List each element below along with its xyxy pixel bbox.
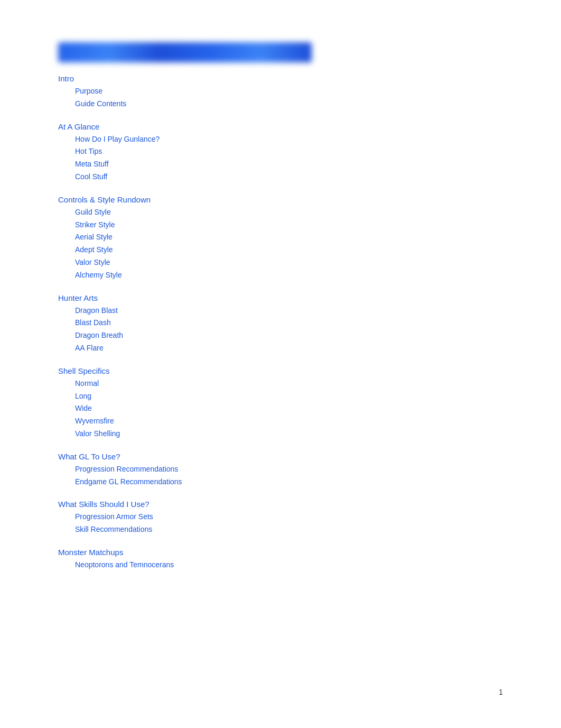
section-items-intro: PurposeGuide Contents xyxy=(58,85,503,110)
list-item[interactable]: Normal xyxy=(75,377,503,390)
list-item[interactable]: Valor Style xyxy=(75,256,503,269)
section-what-gl: What GL To Use?Progression Recommendatio… xyxy=(58,452,503,489)
section-title-monster-matchups[interactable]: Monster Matchups xyxy=(58,548,503,557)
section-at-a-glance: At A GlanceHow Do I Play Gunlance?Hot Ti… xyxy=(58,122,503,183)
list-item[interactable]: Long xyxy=(75,390,503,403)
list-item[interactable]: Wyvernsfire xyxy=(75,415,503,428)
section-items-controls-style: Guild StyleStriker StyleAerial StyleAdep… xyxy=(58,206,503,282)
section-title-at-a-glance[interactable]: At A Glance xyxy=(58,122,503,131)
list-item[interactable]: Purpose xyxy=(75,85,503,98)
section-hunter-arts: Hunter ArtsDragon BlastBlast DashDragon … xyxy=(58,293,503,355)
section-title-what-skills[interactable]: What Skills Should I Use? xyxy=(58,500,503,509)
list-item[interactable]: Guide Contents xyxy=(75,98,503,110)
list-item[interactable]: Progression Recommendations xyxy=(75,463,503,476)
list-item[interactable]: Dragon Breath xyxy=(75,329,503,342)
list-item[interactable]: Skill Recommendations xyxy=(75,523,503,536)
list-item[interactable]: Cool Stuff xyxy=(75,171,503,183)
section-items-monster-matchups: Neoptorons and Temnocerans xyxy=(58,559,503,572)
list-item[interactable]: Wide xyxy=(75,402,503,415)
section-items-at-a-glance: How Do I Play Gunlance?Hot TipsMeta Stuf… xyxy=(58,133,503,183)
list-item[interactable]: AA Flare xyxy=(75,342,503,355)
section-shell-specifics: Shell SpecificsNormalLongWideWyvernsfire… xyxy=(58,366,503,440)
list-item[interactable]: Dragon Blast xyxy=(75,305,503,317)
list-item[interactable]: Guild Style xyxy=(75,206,503,219)
section-title-controls-style[interactable]: Controls & Style Rundown xyxy=(58,195,503,204)
list-item[interactable]: Neoptorons and Temnocerans xyxy=(75,559,503,572)
page-title-blurred xyxy=(58,42,312,62)
page-number: 1 xyxy=(499,688,503,696)
list-item[interactable]: Valor Shelling xyxy=(75,428,503,440)
list-item[interactable]: Alchemy Style xyxy=(75,269,503,282)
section-items-hunter-arts: Dragon BlastBlast DashDragon BreathAA Fl… xyxy=(58,305,503,355)
list-item[interactable]: Striker Style xyxy=(75,219,503,232)
list-item[interactable]: Adept Style xyxy=(75,244,503,256)
page-content: IntroPurposeGuide ContentsAt A GlanceHow… xyxy=(0,0,561,625)
toc-container: IntroPurposeGuide ContentsAt A GlanceHow… xyxy=(58,74,503,572)
list-item[interactable]: Meta Stuff xyxy=(75,158,503,171)
list-item[interactable]: Blast Dash xyxy=(75,317,503,329)
section-items-what-skills: Progression Armor SetsSkill Recommendati… xyxy=(58,511,503,536)
list-item[interactable]: Endgame GL Recommendations xyxy=(75,476,503,489)
section-title-intro[interactable]: Intro xyxy=(58,74,503,83)
list-item[interactable]: Hot Tips xyxy=(75,145,503,158)
section-intro: IntroPurposeGuide Contents xyxy=(58,74,503,110)
list-item[interactable]: How Do I Play Gunlance? xyxy=(75,133,503,146)
list-item[interactable]: Aerial Style xyxy=(75,231,503,244)
section-controls-style: Controls & Style RundownGuild StyleStrik… xyxy=(58,195,503,282)
section-monster-matchups: Monster MatchupsNeoptorons and Temnocera… xyxy=(58,548,503,572)
section-title-shell-specifics[interactable]: Shell Specifics xyxy=(58,366,503,375)
section-items-what-gl: Progression RecommendationsEndgame GL Re… xyxy=(58,463,503,489)
section-title-what-gl[interactable]: What GL To Use? xyxy=(58,452,503,461)
section-title-hunter-arts[interactable]: Hunter Arts xyxy=(58,293,503,302)
section-what-skills: What Skills Should I Use?Progression Arm… xyxy=(58,500,503,536)
section-items-shell-specifics: NormalLongWideWyvernsfireValor Shelling xyxy=(58,377,503,440)
list-item[interactable]: Progression Armor Sets xyxy=(75,511,503,523)
